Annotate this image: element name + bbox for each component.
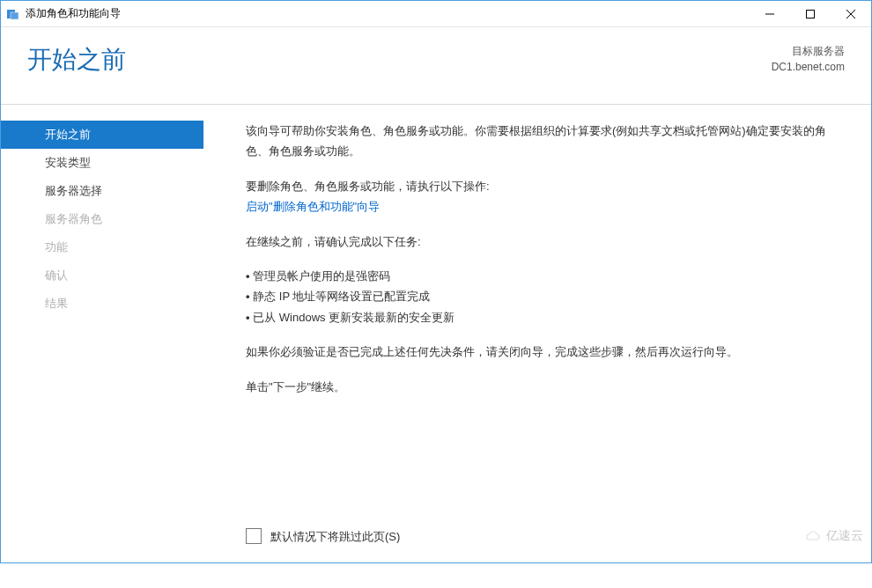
destination-label: 目标服务器: [772, 43, 845, 59]
page-title: 开始之前: [27, 43, 126, 77]
skip-page-row: 默认情况下将跳过此页(S): [246, 526, 400, 547]
maximize-button[interactable]: [790, 1, 831, 27]
svg-rect-3: [807, 10, 815, 18]
destination-server: DC1.benet.com: [772, 59, 845, 75]
window-title: 添加角色和功能向导: [26, 6, 750, 21]
step-before-you-begin[interactable]: 开始之前: [1, 121, 203, 149]
step-features: 功能: [1, 233, 203, 261]
wizard-window: 添加角色和功能向导 开始之前 目标服务器 DC1.benet.com 开始之前 …: [0, 0, 872, 563]
before-continue-text: 在继续之前，请确认完成以下任务:: [246, 232, 838, 252]
remove-roles-link[interactable]: 启动"删除角色和功能"向导: [246, 196, 838, 217]
svg-rect-1: [11, 12, 18, 19]
content-pane: 该向导可帮助你安装角色、角色服务或功能。你需要根据组织的计算要求(例如共享文档或…: [203, 105, 871, 562]
next-note: 单击"下一步"继续。: [246, 377, 838, 397]
prerequisite-list: 管理员帐户使用的是强密码 静态 IP 地址等网络设置已配置完成 已从 Windo…: [246, 266, 838, 327]
verify-note: 如果你必须验证是否已完成上述任何先决条件，请关闭向导，完成这些步骤，然后再次运行…: [246, 342, 838, 362]
window-controls: [750, 1, 871, 27]
titlebar: 添加角色和功能向导: [1, 1, 871, 27]
task-item: 管理员帐户使用的是强密码: [246, 266, 838, 286]
task-item: 静态 IP 地址等网络设置已配置完成: [246, 286, 838, 306]
step-server-roles: 服务器角色: [1, 205, 203, 233]
app-icon: [6, 7, 20, 21]
destination-server-box: 目标服务器 DC1.benet.com: [772, 43, 845, 75]
body: 开始之前 安装类型 服务器选择 服务器角色 功能 确认 结果 该向导可帮助你安装…: [1, 105, 871, 562]
step-results: 结果: [1, 290, 203, 318]
skip-page-label: 默认情况下将跳过此页(S): [270, 526, 400, 547]
skip-page-checkbox[interactable]: [246, 528, 262, 544]
step-installation-type[interactable]: 安装类型: [1, 149, 203, 177]
minimize-button[interactable]: [750, 1, 790, 27]
close-button[interactable]: [831, 1, 871, 27]
step-confirmation: 确认: [1, 261, 203, 290]
remove-prompt: 要删除角色、角色服务或功能，请执行以下操作:: [246, 176, 838, 196]
intro-text: 该向导可帮助你安装角色、角色服务或功能。你需要根据组织的计算要求(例如共享文档或…: [246, 121, 838, 162]
header: 开始之前 目标服务器 DC1.benet.com: [1, 27, 871, 105]
task-item: 已从 Windows 更新安装最新的安全更新: [246, 307, 838, 327]
steps-sidebar: 开始之前 安装类型 服务器选择 服务器角色 功能 确认 结果: [1, 105, 203, 562]
step-server-selection[interactable]: 服务器选择: [1, 177, 203, 205]
